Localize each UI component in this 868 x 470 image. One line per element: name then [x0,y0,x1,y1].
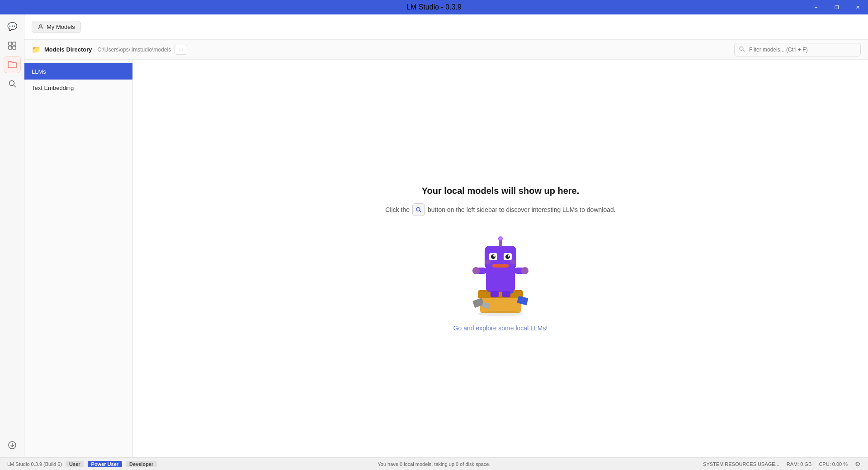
my-models-button[interactable]: My Models [32,21,81,33]
close-button[interactable]: ✕ [847,0,868,14]
filter-input-wrapper [734,43,861,56]
title-bar-title: LM Studio - 0.3.9 [406,3,462,11]
system-resources-label: SYSTEM RESOURCES USAGE... [703,461,779,467]
svg-rect-36 [491,291,499,297]
subtitle-post: button on the left sidebar to discover i… [428,206,616,213]
content-area: 📁 Models Directory C:\Users\ops\.lmstudi… [24,40,868,457]
status-center-text: You have 0 local models, taking up 0 of … [377,461,490,467]
svg-point-35 [510,260,516,264]
developer-badge[interactable]: Developer [126,461,157,467]
directory-label: Models Directory [44,46,92,53]
filter-search-icon [739,46,745,53]
restore-button[interactable]: ❐ [826,0,847,14]
svg-point-22 [521,267,528,274]
svg-point-10 [416,207,420,211]
svg-point-7 [40,24,42,27]
top-bar: My Models [24,14,868,40]
empty-state: Your local models will show up here. Cli… [385,186,615,332]
svg-point-34 [485,260,491,264]
right-content: Your local models will show up here. Cli… [133,60,868,457]
directory-bar: 📁 Models Directory C:\Users\ops\.lmstudi… [24,40,868,60]
power-user-badge[interactable]: Power User [88,461,123,467]
svg-line-9 [743,50,745,52]
sidebar-item-grid[interactable] [4,37,21,54]
svg-rect-37 [502,291,510,297]
sidebar: 💬 [0,14,24,457]
directory-more-button[interactable]: ··· [175,45,187,55]
directory-folder-icon: 📁 [32,45,41,54]
empty-subtitle: Click the button on the left sidebar to … [385,203,615,216]
svg-point-4 [9,81,14,86]
filter-models-input[interactable] [734,43,861,56]
svg-line-11 [420,211,421,212]
mascot-illustration [460,227,541,317]
svg-point-20 [472,267,480,274]
nav-item-text-embedding[interactable]: Text Embedding [24,80,132,96]
svg-point-26 [499,237,502,240]
app-name-label: LM Studio 0.3.9 (Build 6) [7,461,62,467]
sidebar-bottom [0,437,24,454]
svg-rect-1 [13,42,16,45]
svg-point-30 [505,254,510,259]
svg-point-31 [493,255,495,257]
svg-point-8 [740,47,743,50]
svg-rect-2 [9,46,12,49]
status-bar: LM Studio 0.3.9 (Build 6) User Power Use… [0,457,868,470]
svg-point-32 [508,255,509,257]
directory-path: C:\Users\ops\.lmstudio\models [97,47,171,53]
subtitle-pre: Click the [385,206,410,213]
svg-line-5 [14,85,15,87]
sidebar-item-chat[interactable]: 💬 [4,18,21,35]
status-right: SYSTEM RESOURCES USAGE... RAM: 0 GB CPU:… [703,461,861,468]
user-badge[interactable]: User [66,461,84,467]
main-split: LLMs Text Embedding Your local models wi… [24,60,868,457]
empty-title: Your local models will show up here. [422,186,580,196]
sidebar-item-search[interactable] [4,75,21,92]
svg-rect-33 [492,264,509,268]
svg-point-29 [491,254,495,259]
window-controls: − ❐ ✕ [806,0,868,14]
svg-rect-3 [13,46,16,49]
my-models-label: My Models [47,24,75,30]
status-left: LM Studio 0.3.9 (Build 6) User Power Use… [7,461,157,467]
title-bar: LM Studio - 0.3.9 − ❐ ✕ [0,0,868,14]
search-badge-icon [412,203,425,216]
explore-link[interactable]: Go and explore some local LLMs! [453,324,548,332]
cpu-label: CPU: 0.00 % [819,461,848,467]
minimize-button[interactable]: − [806,0,826,14]
sidebar-item-folder[interactable] [4,56,21,73]
nav-item-llms[interactable]: LLMs [24,63,132,80]
left-nav: LLMs Text Embedding [24,60,133,457]
settings-icon[interactable]: ⚙ [855,461,861,468]
sidebar-item-download[interactable] [4,437,21,454]
svg-point-38 [478,311,523,316]
ram-label: RAM: 0 GB [787,461,812,467]
svg-rect-0 [9,42,12,45]
